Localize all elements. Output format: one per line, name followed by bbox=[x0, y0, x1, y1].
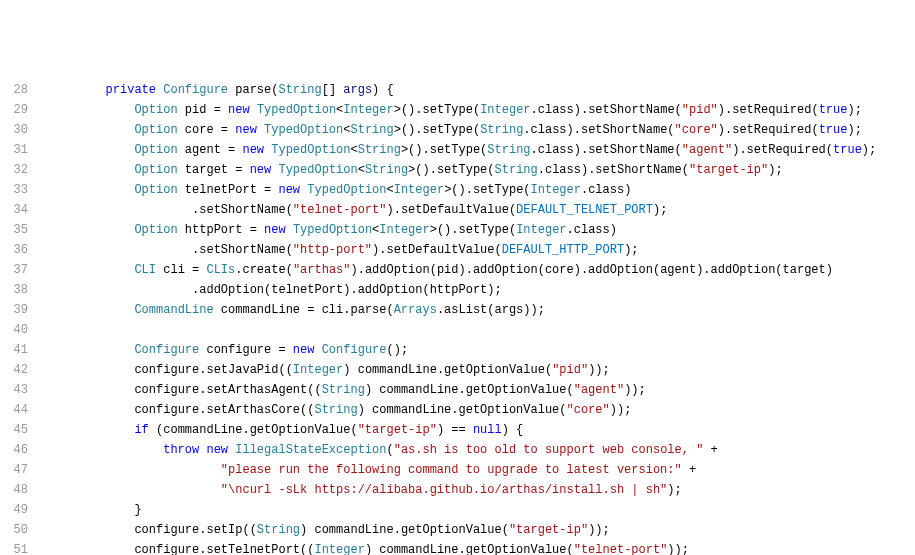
code-line[interactable]: Option agent = new TypedOption<String>()… bbox=[48, 140, 915, 160]
code-editor[interactable]: 2829303132333435363738394041424344454647… bbox=[0, 80, 915, 555]
token-cls: TypedOption bbox=[293, 223, 372, 237]
code-line[interactable]: Option httpPort = new TypedOption<Intege… bbox=[48, 220, 915, 240]
token-str: "pid" bbox=[552, 363, 588, 377]
token-cls: Option bbox=[134, 163, 177, 177]
token-cls: Configure bbox=[163, 83, 228, 97]
token-cls: Option bbox=[134, 103, 177, 117]
token-kw: new bbox=[228, 103, 250, 117]
code-line[interactable]: "\ncurl -sLk https://alibaba.github.io/a… bbox=[48, 480, 915, 500]
code-line[interactable]: configure.setArthasCore((String) command… bbox=[48, 400, 915, 420]
token-kw: throw bbox=[163, 443, 199, 457]
line-number: 44 bbox=[0, 400, 28, 420]
line-number: 43 bbox=[0, 380, 28, 400]
code-line[interactable] bbox=[48, 320, 915, 340]
token-cls: TypedOption bbox=[307, 183, 386, 197]
code-line[interactable]: CLI cli = CLIs.create("arthas").addOptio… bbox=[48, 260, 915, 280]
code-line[interactable]: Option target = new TypedOption<String>(… bbox=[48, 160, 915, 180]
token-str: "agent" bbox=[574, 383, 624, 397]
token-cls: TypedOption bbox=[264, 123, 343, 137]
code-line[interactable]: Option core = new TypedOption<String>().… bbox=[48, 120, 915, 140]
token-cls: String bbox=[350, 123, 393, 137]
token-cls: String bbox=[365, 163, 408, 177]
token-str: "target-ip" bbox=[689, 163, 768, 177]
line-number: 28 bbox=[0, 80, 28, 100]
line-number: 41 bbox=[0, 340, 28, 360]
token-cls: Arrays bbox=[394, 303, 437, 317]
line-number: 42 bbox=[0, 360, 28, 380]
code-line[interactable]: .setShortName("telnet-port").setDefaultV… bbox=[48, 200, 915, 220]
code-line[interactable]: .addOption(telnetPort).addOption(httpPor… bbox=[48, 280, 915, 300]
token-str: "telnet-port" bbox=[293, 203, 387, 217]
code-line[interactable]: throw new IllegalStateException("as.sh i… bbox=[48, 440, 915, 460]
token-const: DEFAULT_TELNET_PORT bbox=[516, 203, 653, 217]
token-cls: CLIs bbox=[206, 263, 235, 277]
token-cls: Option bbox=[134, 143, 177, 157]
token-str: "telnet-port" bbox=[574, 543, 668, 555]
token-cls: Configure bbox=[322, 343, 387, 357]
code-line[interactable]: Configure configure = new Configure(); bbox=[48, 340, 915, 360]
token-cls: Integer bbox=[394, 183, 444, 197]
token-cls: Integer bbox=[531, 183, 581, 197]
token-kw: new bbox=[278, 183, 300, 197]
line-number: 46 bbox=[0, 440, 28, 460]
token-cls: TypedOption bbox=[278, 163, 357, 177]
line-number: 50 bbox=[0, 520, 28, 540]
token-cls: String bbox=[257, 523, 300, 537]
code-line[interactable]: } bbox=[48, 500, 915, 520]
code-line[interactable]: configure.setTelnetPort((Integer) comman… bbox=[48, 540, 915, 555]
token-cls: Integer bbox=[379, 223, 429, 237]
line-number: 39 bbox=[0, 300, 28, 320]
token-kw: new bbox=[264, 223, 286, 237]
token-str: "please run the following command to upg… bbox=[221, 463, 682, 477]
token-kw: new bbox=[206, 443, 228, 457]
token-str: "pid" bbox=[682, 103, 718, 117]
token-str: "target-ip" bbox=[509, 523, 588, 537]
code-line[interactable]: .setShortName("http-port").setDefaultVal… bbox=[48, 240, 915, 260]
token-cls: Option bbox=[134, 223, 177, 237]
token-kw: new bbox=[293, 343, 315, 357]
code-area[interactable]: private Configure parse(String[] args) {… bbox=[40, 80, 915, 555]
token-str: "\ncurl -sLk https://alibaba.github.io/a… bbox=[221, 483, 667, 497]
line-number: 38 bbox=[0, 280, 28, 300]
token-bool: true bbox=[819, 103, 848, 117]
line-number: 31 bbox=[0, 140, 28, 160]
token-cls: Option bbox=[134, 123, 177, 137]
code-line[interactable]: configure.setArthasAgent((String) comman… bbox=[48, 380, 915, 400]
token-cls: String bbox=[322, 383, 365, 397]
token-str: "core" bbox=[567, 403, 610, 417]
code-line[interactable]: private Configure parse(String[] args) { bbox=[48, 80, 915, 100]
token-param: args bbox=[343, 83, 372, 97]
token-kw: new bbox=[235, 123, 257, 137]
code-line[interactable]: if (commandLine.getOptionValue("target-i… bbox=[48, 420, 915, 440]
token-cls: String bbox=[495, 163, 538, 177]
line-number: 49 bbox=[0, 500, 28, 520]
token-cls: String bbox=[480, 123, 523, 137]
token-cls: String bbox=[487, 143, 530, 157]
token-cls: IllegalStateException bbox=[235, 443, 386, 457]
code-line[interactable]: "please run the following command to upg… bbox=[48, 460, 915, 480]
token-kw: if bbox=[134, 423, 148, 437]
line-number: 45 bbox=[0, 420, 28, 440]
code-line[interactable]: configure.setIp((String) commandLine.get… bbox=[48, 520, 915, 540]
code-line[interactable]: configure.setJavaPid((Integer) commandLi… bbox=[48, 360, 915, 380]
token-str: "agent" bbox=[682, 143, 732, 157]
token-cls: Integer bbox=[343, 103, 393, 117]
line-number: 34 bbox=[0, 200, 28, 220]
line-number: 36 bbox=[0, 240, 28, 260]
token-str: "as.sh is too old to support web console… bbox=[394, 443, 704, 457]
line-number: 30 bbox=[0, 120, 28, 140]
token-cls: Integer bbox=[293, 363, 343, 377]
token-kw: private bbox=[106, 83, 156, 97]
token-str: "core" bbox=[675, 123, 718, 137]
token-str: "target-ip" bbox=[358, 423, 437, 437]
token-kw: new bbox=[250, 163, 272, 177]
code-line[interactable]: CommandLine commandLine = cli.parse(Arra… bbox=[48, 300, 915, 320]
token-str: "arthas" bbox=[293, 263, 351, 277]
token-bool: true bbox=[833, 143, 862, 157]
token-cls: CommandLine bbox=[134, 303, 213, 317]
token-cls: TypedOption bbox=[271, 143, 350, 157]
token-cls: Integer bbox=[516, 223, 566, 237]
code-line[interactable]: Option pid = new TypedOption<Integer>().… bbox=[48, 100, 915, 120]
code-line[interactable]: Option telnetPort = new TypedOption<Inte… bbox=[48, 180, 915, 200]
token-const: DEFAULT_HTTP_PORT bbox=[502, 243, 624, 257]
